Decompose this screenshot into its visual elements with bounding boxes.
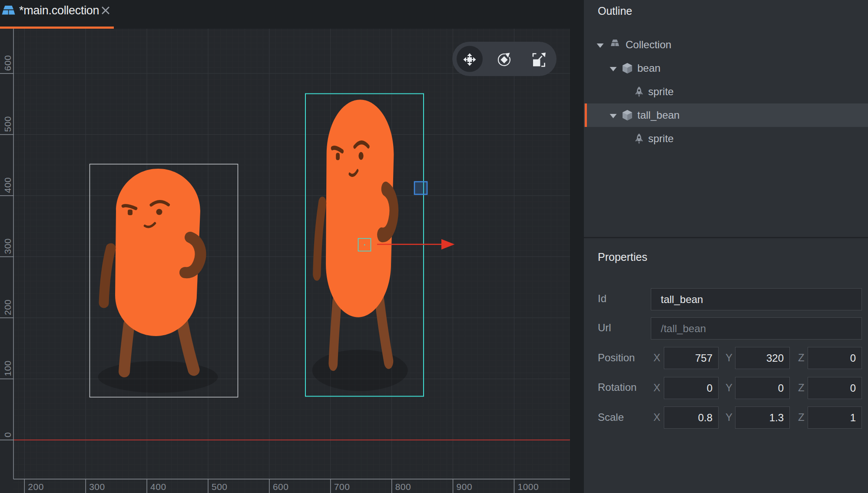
svg-text:300: 300	[3, 238, 13, 254]
svg-text:0: 0	[3, 432, 13, 437]
svg-text:600: 600	[273, 482, 289, 492]
svg-text:400: 400	[150, 482, 166, 492]
svg-text:500: 500	[212, 482, 228, 492]
svg-text:1000: 1000	[518, 482, 539, 492]
svg-text:800: 800	[395, 482, 411, 492]
svg-text:100: 100	[3, 360, 13, 376]
svg-text:900: 900	[457, 482, 473, 492]
svg-text:200: 200	[3, 299, 13, 315]
svg-text:700: 700	[334, 482, 350, 492]
svg-text:500: 500	[3, 116, 13, 132]
svg-text:400: 400	[3, 177, 13, 193]
svg-text:200: 200	[28, 482, 44, 492]
svg-text:300: 300	[89, 482, 105, 492]
svg-text:600: 600	[3, 55, 13, 71]
